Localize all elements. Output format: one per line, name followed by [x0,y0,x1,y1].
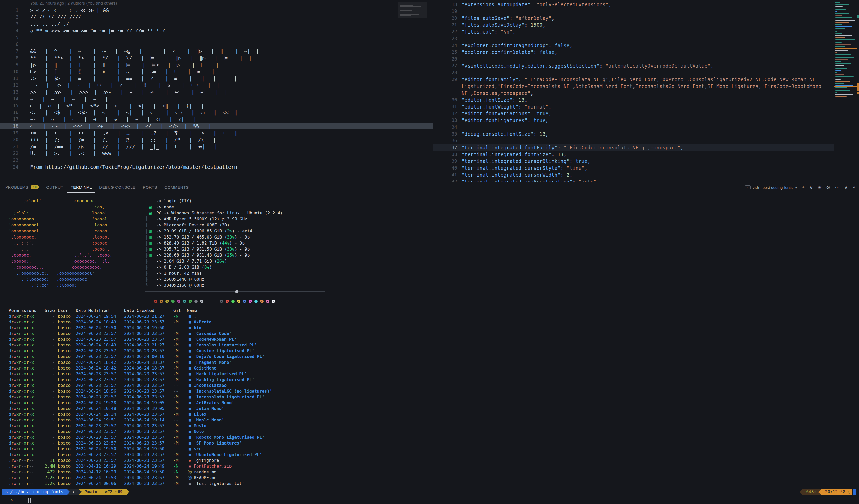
panel-tab-debug-console[interactable]: DEBUG CONSOLE [95,182,139,193]
folder-icon: ■ [187,452,193,458]
code-line[interactable]: 23 [433,35,834,42]
folder-icon: ■ [187,377,193,383]
code-line[interactable]: 4◇ ** ⊕ >>< >= <= &= ^= ~= |= := ?? ??= … [0,27,433,34]
code-line[interactable]: 5 [0,34,433,41]
code-line[interactable]: 19 [433,8,834,15]
editor-pane-right[interactable]: 18"extensions.autoUpdate": "onlySelected… [433,0,834,182]
fetch-info-line: ├▥-> 152.70 GiB / 465.03 GiB (33%) - 9p [145,234,283,240]
panel-tab-terminal[interactable]: TERMINAL [67,182,96,193]
listing-header: PermissionsSizeUserDate ModifiedDate Cre… [9,308,859,314]
code-line[interactable]: 37"terminal.integrated.fontFamily": "'Fi… [433,144,834,151]
code-line[interactable]: 7&& | ^= | ~ | ⤳ | ~@ | ≃ | ≄ | ‖▷ | ‖= … [0,48,433,55]
code-line[interactable]: 21"files.autoSaveDelay": 1500, [433,21,834,28]
code-line[interactable]: 38"terminal.integrated.fontSize": 13, [433,151,834,158]
fetch-info-line: ├-> 0 B / 2.00 GiB (0%) [145,264,283,270]
line-number: 32 [433,110,457,117]
line-number: 8 [0,55,18,61]
testpattern-link[interactable]: https://github.com/ToxicFrog/Ligaturizer… [45,164,237,170]
editor-pane-left[interactable]: You, 20 hours ago | 2 authors (You and o… [0,0,433,182]
color-dot [231,300,235,303]
code-line[interactable]: 8** | **> | *> | */ | \/ | ⊨ | |▷ | ‖▷ |… [0,55,433,61]
line-number: 10 [0,68,18,75]
code-line[interactable]: 6 [0,41,433,48]
minimap[interactable] [834,0,859,182]
panel-tab-output[interactable]: OUTPUT [43,182,67,193]
more-actions-button[interactable]: ⋯ [835,185,840,190]
folder-icon: ■ [187,406,193,412]
code-line[interactable]: 14→ | ⇒ | ← | ⇐ | [0,95,433,102]
shell-prompt-input[interactable]: › [10,497,859,504]
code-line[interactable]: 25"explorer.confirmDelete": false, [433,49,834,56]
code-line[interactable]: 36 [433,137,834,144]
folder-icon: ■ [187,440,193,446]
folder-icon: ■ [187,417,193,423]
line-number: 17 [0,116,18,123]
color-dot [260,300,263,303]
line-number: 26 [433,56,457,62]
kill-terminal-button[interactable]: ⊘ [826,185,830,190]
fetch-info-line: ├-> AMD Ryzen 5 5600X (12) @ 3.99 GHz [145,216,283,222]
code-line[interactable]: 13>> | ⋙ | >>> | ≫- | → | ⊸ | ⊷ | →| | | [0,89,433,95]
line-number: 6 [0,41,18,48]
code-line[interactable]: 27"vsintellicode.modify.editor.suggestSe… [433,62,834,69]
listing-row: drwxr-xr-x-bosco2024-06-24 18:562024-06-… [9,388,859,394]
code-line[interactable]: 22"files.eol": "\n", [433,28,834,35]
panel-tab-ports[interactable]: PORTS [139,182,161,193]
code-line[interactable]: 11:> | $> | ≡ | = | ≡≡ | ≠ | ≢ | =‖= | =… [0,75,433,82]
close-panel-button[interactable]: × [853,185,855,190]
code-line[interactable]: 28 [433,69,834,76]
maximize-panel-button[interactable]: ∧ [844,185,848,190]
code-line[interactable]: 31"editor.fontWeight": "normal", [433,103,834,110]
listing-row: drwxr-xr-x-bosco2024-06-24 19:542024-06-… [9,314,859,319]
folder-icon: ■ [187,314,193,319]
code-line[interactable]: 12⟹ | ⇒> | ⇒ | ⤇ | ≠ | ‼ | ≥ | ⟾ | | [0,82,433,89]
file-icon: ◆ [187,458,193,463]
code-line[interactable]: 39"terminal.integrated.cursorBlinking": … [433,158,834,165]
panel-tab-comments[interactable]: COMMENTS [161,182,192,193]
code-line[interactable]: 18"extensions.autoUpdate": "onlySelected… [433,1,834,8]
prompt-time-segment: 20:12:58 ◷ [822,489,853,495]
line-number: 16 [0,109,18,116]
code-line[interactable]: 16<: | <$ | <$> | ≤ | ≤| | ⟸ | ⟺ | ⤆ | <… [0,109,433,116]
terminal-profile-select[interactable]: ›_ zsh - best-coding-fonts ∨ [745,185,797,190]
folder-icon: ■ [187,337,193,342]
line-number: 13 [0,89,18,95]
code-line[interactable]: 34 [433,124,834,131]
code-line[interactable]: 3... .. ../ ./ [0,20,433,27]
split-terminal-button[interactable]: ⊞ [817,185,822,190]
code-line[interactable]: 30"editor.fontSize": 13, [433,96,834,103]
code-line[interactable]: 19•= | • | •• | ‥< | … | .? | ⁇ | +> | +… [0,129,433,136]
code-line[interactable]: 17⇐- | ↔ | ← | ⊣ | ↮ | ⇐ | ⤆ | ◁| | [0,116,433,123]
line-number: 41 [433,171,457,178]
code-line[interactable]: 20+++ | ?: | ?= | ?. | ⁇ | ;; | /* | /\ … [0,136,433,143]
code-line[interactable]: 23 [0,157,433,164]
code-line[interactable]: 15⟵ | ⟷ | <* | <*> | ◁ | ⊲| | ◁‖ | ⟨| | [0,102,433,109]
new-terminal-button[interactable]: + [802,185,805,190]
code-line[interactable]: 29"editor.fontFamily": "'FiraCode+Incons… [433,76,834,96]
fetch-info-line: ├▥-> 20.09 GiB / 1006.85 GiB (2%) - ext4 [145,228,283,234]
code-line[interactable]: 10⊢> | ⟦ | ⟪ | ⟫ | ∷ | ∷= | ⁝ | ≔ | [0,68,433,75]
code-line[interactable]: 33"editor.fontLigatures": true, [433,117,834,124]
code-line[interactable]: 24"explorer.confirmDragAndDrop": false, [433,42,834,49]
panel-tab-problems[interactable]: PROBLEMS10 [2,182,43,193]
code-line[interactable]: 35"debug.console.fontSize": 13, [433,131,834,137]
code-line[interactable]: 21/= | /== | /▷ | // | /// | _|_ | ⊥ | ⤆… [0,143,433,150]
code-line[interactable]: 26 [433,56,834,62]
code-line[interactable]: 32"editor.fontVariations": true, [433,110,834,117]
line-number: 4 [0,27,18,34]
code-line[interactable]: 24From https://github.com/ToxicFrog/Liga… [0,164,433,170]
terminal-output[interactable]: ;clool' .cooooooc. ... ...... .:oo, .;cl… [0,193,859,504]
code-line[interactable]: 9|▷ | ‖- | ⟦ | ⟧ | ⊨ | ⊨> | ▷ | ⊢ | [0,61,433,68]
code-line[interactable]: 40"terminal.integrated.cursorStyle": "li… [433,165,834,171]
left-minimap[interactable] [398,2,427,18]
code-line[interactable]: 41"terminal.integrated.cursorWidth": 2, [433,171,834,178]
fetch-info-line: ├-> 2.04 GiB / 7.71 GiB (26%) [145,258,283,264]
code-line[interactable]: 42"terminal.integrated.gpuAcceleration":… [433,178,834,182]
code-line[interactable]: 22‼. | >: | :< | www | [0,150,433,157]
code-line[interactable]: 20"files.autoSave": "afterDelay", [433,15,834,21]
code-line[interactable]: 2// /* */ /// //// [0,14,433,20]
code-line[interactable]: 18⟸ | ⇐- | <<< | <+ | <+> | </ | </> | %… [0,123,433,129]
code-line[interactable]: 1≥ ≤ ≠ ⇐ ⟸ ⟹ ⇒ ≪ ≫ ‖ && [0,7,433,14]
terminal-profile-dropdown[interactable]: ∨ [810,185,813,190]
folder-icon: ■ [187,383,193,388]
